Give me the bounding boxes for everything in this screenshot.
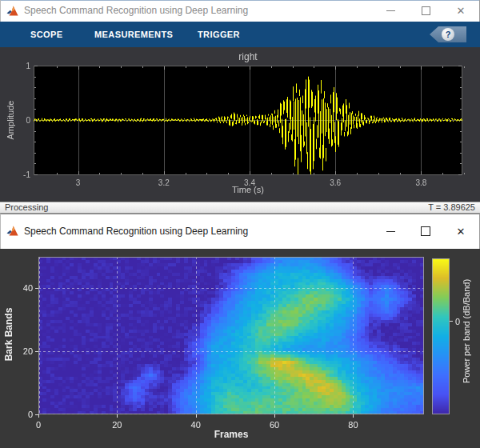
- minimize-button[interactable]: [373, 0, 408, 22]
- maximize-icon: [422, 6, 430, 15]
- matlab-logo-icon: [6, 6, 19, 17]
- minimize-icon: [386, 231, 395, 232]
- time-readout: T = 3.89625: [428, 202, 475, 213]
- waveform-ylabel: Amplitude: [6, 90, 17, 150]
- spectrogram-plot-canvas: [0, 249, 480, 448]
- status-text: Processing: [5, 202, 48, 213]
- spectrogram-xlabel: Frames: [38, 429, 424, 440]
- close-button[interactable]: ✕: [443, 214, 478, 249]
- figure-window-title: Speech Command Recognition using Deep Le…: [24, 214, 248, 249]
- close-button[interactable]: ✕: [443, 0, 478, 22]
- waveform-plot-title: right: [34, 51, 462, 62]
- scope-window-title: Speech Command Recognition using Deep Le…: [24, 0, 248, 22]
- tab-measurements[interactable]: MEASUREMENTS: [94, 22, 173, 47]
- scope-figure-area: right Amplitude Time (s): [0, 47, 480, 202]
- scope-window-controls: ✕: [373, 0, 478, 22]
- spectrogram-figure-area: Bark Bands Frames Power per band (dB/Ban…: [0, 249, 480, 448]
- waveform-plot-canvas: [0, 47, 480, 202]
- minimize-icon: [386, 10, 395, 11]
- scope-window-titlebar[interactable]: Speech Command Recognition using Deep Le…: [0, 0, 480, 22]
- close-icon: ✕: [457, 6, 466, 16]
- tab-trigger[interactable]: TRIGGER: [198, 22, 240, 47]
- close-icon: ✕: [457, 226, 466, 237]
- minimize-button[interactable]: [373, 214, 408, 249]
- figure-window-titlebar[interactable]: Speech Command Recognition using Deep Le…: [0, 214, 480, 249]
- scope-toolstrip: SCOPE MEASUREMENTS TRIGGER ?: [0, 22, 480, 47]
- desktop: Speech Command Recognition using Deep Le…: [0, 0, 480, 448]
- tab-scope[interactable]: SCOPE: [30, 22, 63, 47]
- maximize-button[interactable]: [408, 214, 443, 249]
- colorbar-label: Power per band (dB/Band): [462, 267, 473, 395]
- waveform-xlabel: Time (s): [34, 185, 462, 194]
- maximize-icon: [421, 226, 430, 236]
- scope-status-bar: Processing T = 3.89625: [0, 202, 480, 214]
- help-chevron: ?: [430, 26, 466, 42]
- spectrogram-ylabel: Bark Bands: [3, 302, 14, 366]
- figure-window-controls: ✕: [373, 214, 478, 249]
- matlab-logo-icon: [6, 226, 19, 237]
- maximize-button[interactable]: [408, 0, 443, 22]
- help-button[interactable]: ?: [442, 28, 454, 41]
